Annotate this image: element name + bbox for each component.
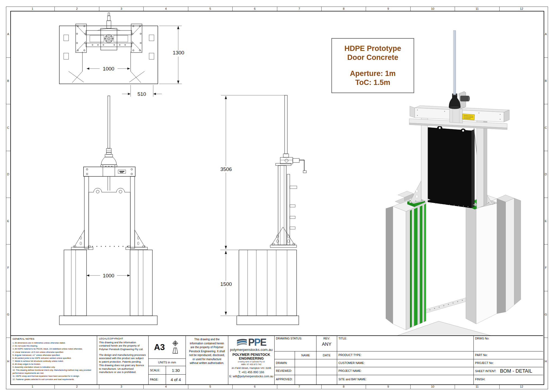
grid-row-label: F: [544, 244, 548, 291]
dim-front-aperture: 1000: [103, 273, 114, 278]
front-door-bolts: [92, 246, 128, 247]
front-stem: [108, 96, 110, 148]
front-door: [89, 188, 130, 250]
units-row: UNITS in mm: [149, 359, 186, 366]
grid-ruler-bottom: 123456789101112: [10, 384, 544, 389]
project-name-label: PROJECT NAME:: [337, 367, 473, 372]
units-label: UNITS in mm: [149, 359, 186, 366]
spec-callout: HDPE Prototype Door Concrete Aperture: 1…: [331, 38, 414, 93]
title-block: GENERAL NOTES 1. All dimensions are in m…: [11, 335, 543, 384]
iso-invert-sill: [426, 298, 466, 313]
iso-stem: [453, 30, 456, 95]
grid-row-label: G: [544, 291, 548, 338]
company-phone: T: +61 455 890 166: [238, 370, 264, 374]
grid-row-label: B: [544, 58, 548, 105]
grid-column-label: 6: [233, 7, 277, 11]
drwg-no-label: DRWG No:: [474, 336, 543, 340]
rev-value: ANY: [316, 340, 337, 349]
grid-row-label: E: [6, 198, 10, 245]
grid-row-label: B: [6, 58, 10, 105]
plan-bolt-plate-right: [131, 24, 142, 53]
side-gearbox: [280, 157, 306, 173]
grid-column-label: 6: [233, 384, 277, 389]
grid-column-label: 5: [188, 384, 233, 389]
iso-right-pier: [466, 195, 521, 324]
grid-row-label: A: [6, 11, 10, 58]
page-row: PAGE: 4 of 4: [149, 374, 186, 384]
legal-para1: This drawing and the information contain…: [99, 341, 146, 351]
iso-gearbox: [449, 91, 470, 109]
general-note: 5. Angular tolerances: ±1° unless otherw…: [13, 354, 95, 357]
legal-title: LEGAL/COPYRIGHT: [99, 337, 146, 341]
side-door-edge: [287, 174, 290, 245]
general-notes-cell: GENERAL NOTES 1. All dimensions are in m…: [11, 336, 97, 384]
general-note: 10. This drawing defines functional inte…: [13, 369, 95, 375]
grid-column-label: 11: [455, 7, 499, 11]
grid-column-label: 4: [144, 384, 188, 389]
scale-label: SCALE:: [149, 368, 160, 372]
company-name-line2: ENGINEERING: [239, 357, 264, 360]
front-view: 1000: [59, 96, 157, 325]
status-cell: DRAWING STATUS: REV: ANY NAME DATE DRAWN…: [274, 336, 337, 384]
company-website: polymerpenstocks.com.au: [230, 348, 273, 352]
sheet-size: A3: [154, 342, 165, 352]
general-note: 1. All dimensions are in millimetres unl…: [13, 341, 95, 344]
general-note: 3. All HDPE material to be PE100, black,…: [13, 347, 95, 350]
grid-row-label: D: [544, 151, 548, 198]
grid-column-label: 9: [366, 384, 410, 389]
dim-side-concrete-height: 1500: [220, 281, 232, 287]
scale-value: 1:30: [166, 366, 186, 374]
grid-row-label: C: [544, 104, 548, 151]
callout-title-line1: HDPE Prototype: [344, 44, 401, 53]
product-type-label: PRODUCT TYPE:: [337, 351, 473, 357]
dim-plan-height: 1300: [173, 50, 184, 56]
drawn-date-field: [316, 359, 337, 367]
grid-row-label: G: [6, 291, 10, 338]
general-notes-title: GENERAL NOTES: [13, 337, 95, 341]
general-note: 4. Linear tolerances: ±0.5 mm unless oth…: [13, 351, 95, 354]
part-no-label: PART No:: [474, 351, 543, 357]
plan-bolt-plate-left: [76, 24, 87, 53]
company-abn: ABN: 97 433 873 742: [241, 363, 261, 366]
ppe-logo-text: PPE: [248, 338, 266, 347]
confidentiality-text: This drawing and the information contain…: [186, 336, 228, 367]
grid-column-label: 7: [277, 7, 322, 11]
grid-row-label: F: [6, 244, 10, 291]
name-date-header-row: NAME DATE: [275, 351, 337, 359]
general-note: 11. HDPE creep and thermal expansion hav…: [13, 375, 95, 378]
finish-label: FINISH:: [474, 375, 543, 381]
grid-column-label: 2: [55, 384, 99, 389]
side-concrete: [237, 250, 299, 325]
drawing-sheet: 123456789101112 123456789101112 ABCDEFGH…: [0, 0, 554, 392]
sheet-intent-value: BOM - DETAIL: [500, 368, 532, 374]
callout-spec-line2: ToC: 1.5m: [355, 78, 390, 87]
general-note: 2. Do not scale this drawing.: [13, 344, 95, 347]
grid-column-label: 12: [500, 7, 544, 11]
date-header: DATE: [316, 351, 337, 359]
grid-ruler-right: ABCDEFGH: [544, 11, 548, 384]
scale-row: SCALE: 1:30: [149, 366, 186, 374]
approved-name-field: [295, 375, 316, 384]
ppe-logo: PPE: [236, 338, 266, 347]
legal-para2: The design and manufacturing processes a…: [99, 353, 146, 374]
approved-date-field: [316, 375, 337, 384]
grid-column-label: 3: [99, 384, 144, 389]
general-notes-list: 1. All dimensions are in millimetres unl…: [13, 341, 95, 381]
side-stem: [285, 95, 287, 154]
title-fields-cell: TITLE: PRODUCT TYPE: CUSTOMER NAME: PROJ…: [337, 336, 473, 384]
general-note: 9. Assembly orientation shown is indicat…: [13, 366, 95, 369]
company-address: 4A Field Street, Hampton VIC 3188: [232, 367, 271, 370]
title-label: TITLE:: [337, 336, 473, 340]
warning-label: [462, 114, 475, 120]
site-bay-label: SITE and BAY NAME:: [337, 375, 473, 381]
confidentiality-cell: This drawing and the information contain…: [186, 336, 228, 384]
callout-title-line2: Door Concrete: [347, 53, 398, 62]
dim-plan-aperture: 1000: [103, 66, 114, 72]
grid-column-label: 5: [188, 7, 233, 11]
grid-column-label: 10: [411, 7, 455, 11]
grid-column-label: 2: [55, 7, 99, 11]
grid-column-label: 12: [500, 384, 544, 389]
grid-column-label: 8: [322, 7, 366, 11]
rev-label: REV:: [316, 336, 337, 340]
general-note: 12. Fastener grades selected to suit cor…: [13, 378, 95, 381]
